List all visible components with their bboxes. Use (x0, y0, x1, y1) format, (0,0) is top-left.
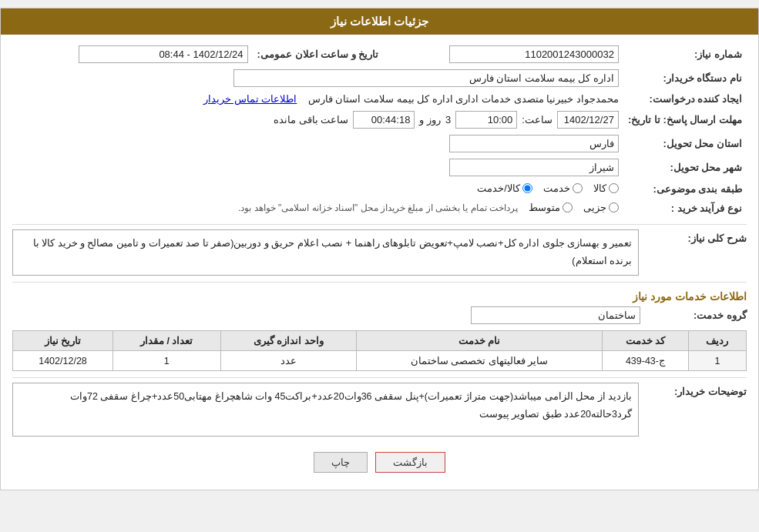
radio-khadamat[interactable]: خدمت (543, 182, 583, 194)
col-tedad: تعداد / مقدار (113, 331, 221, 351)
col-tarikh: تاریخ نیاز (13, 331, 113, 351)
goroh-khadamat-value: ساختمان (471, 306, 640, 324)
page-header: جزئیات اطلاعات نیاز (1, 8, 758, 35)
roz-value: 3 (445, 114, 451, 125)
goroh-khadamat-label: گروه خدمت: (646, 309, 747, 321)
radio-jazei-input[interactable] (609, 202, 619, 212)
divider2 (12, 282, 747, 283)
col-radif: ردیف (688, 331, 746, 351)
mohlat-label: مهلت ارسال پاسخ: تا تاریخ: (623, 108, 747, 132)
radio-khadamat-input[interactable] (573, 183, 583, 193)
cell-tarikh: 1402/12/28 (13, 351, 113, 371)
divider1 (12, 224, 747, 225)
roz-label: روز و (419, 114, 441, 125)
saat-baghi-label: ساعت باقی مانده (274, 114, 348, 125)
cell-kod: ج-43-439 (603, 351, 689, 371)
ostan-value: فارس (449, 135, 619, 152)
radio-kala[interactable]: کالا (593, 182, 619, 194)
shomara-niaz-value: 1102001243000032 (449, 45, 619, 63)
sharh-value: تعمیر و بهسازی جلوی اداره کل+نصب لامپ+تع… (12, 229, 639, 276)
tosihaat-label: توضیحات خریدار: (646, 383, 747, 397)
radio-motavasset-input[interactable] (563, 202, 573, 212)
ijad-konande-value: محمدجواد خبیرنیا متصدی خدمات اداری اداره… (308, 93, 619, 105)
shomara-niaz-label: شماره نیاز: (623, 42, 747, 66)
radio-kala-label: کالا (593, 182, 606, 194)
divider3 (12, 377, 747, 378)
cell-nam: سایر فعالیتهای تخصصی ساختمان (356, 351, 602, 371)
tabaqe-radio-group: کالا خدمت کالا/خدمت (477, 182, 619, 194)
nam-dastgah-value: اداره کل بیمه سلامت استان فارس (233, 69, 619, 87)
radio-kala-khadamat[interactable]: کالا/خدمت (477, 182, 532, 194)
navea-note: پرداخت تمام یا بخشی از مبلغ خریداز محل "… (238, 202, 518, 213)
radio-motavasset-label: متوسط (529, 202, 560, 213)
page-title: جزئیات اطلاعات نیاز (331, 15, 428, 28)
sharh-label: شرح کلی نیاز: (646, 229, 747, 244)
radio-kala-input[interactable] (609, 183, 619, 193)
tarikh-announcement-label: تاریخ و ساعت اعلان عمومی: (253, 42, 384, 66)
nam-dastgah-label: نام دستگاه خریدار: (623, 66, 747, 90)
date-value: 1402/12/27 (557, 111, 619, 129)
col-kod: کد خدمت (603, 331, 689, 351)
tarikh-announcement-value: 1402/12/24 - 08:44 (79, 45, 248, 63)
info-table: شماره نیاز: 1102001243000032 تاریخ و ساع… (12, 42, 747, 218)
radio-khadamat-label: خدمت (543, 182, 570, 194)
saat-value: 10:00 (455, 111, 517, 129)
cell-radif: 1 (688, 351, 746, 371)
shahr-label: شهر محل تحویل: (623, 156, 747, 179)
col-vahed: واحد اندازه گیری (220, 331, 356, 351)
saat-label: ساعت: (522, 114, 552, 125)
radio-kala-khadamat-input[interactable] (522, 183, 532, 193)
tabaqe-label: طبقه بندی موضوعی: (623, 179, 747, 199)
tosihaat-value: بازدید از محل الزامی میباشد(جهت متراژ تع… (12, 383, 639, 437)
back-button[interactable]: بازگشت (375, 452, 445, 473)
table-row: 1 ج-43-439 سایر فعالیتهای تخصصی ساختمان … (13, 351, 747, 371)
cell-tedad: 1 (113, 351, 221, 371)
service-table: ردیف کد خدمت نام خدمت واحد اندازه گیری ت… (12, 330, 747, 371)
button-row: بازگشت چاپ (12, 443, 747, 482)
print-button[interactable]: چاپ (314, 452, 368, 473)
ostan-label: استان محل تحویل: (623, 132, 747, 156)
radio-jazei-label: جزیی (583, 202, 606, 213)
ettelaat-section-title: اطلاعات خدمات مورد نیاز (12, 290, 747, 303)
navea-label: نوع فرآیند خرید : (623, 199, 747, 218)
cell-vahed: عدد (220, 351, 356, 371)
col-nam: نام خدمت (356, 331, 602, 351)
ijad-konande-label: ایجاد کننده درخواست: (623, 90, 747, 108)
navea-radio-group: جزیی متوسط پرداخت تمام یا بخشی از مبلغ خ… (238, 202, 619, 213)
shahr-value: شیراز (449, 159, 619, 176)
radio-kala-khadamat-label: کالا/خدمت (477, 182, 520, 194)
radio-motavasset[interactable]: متوسط (529, 202, 573, 213)
ettelaat-tamas-link[interactable]: اطلاعات تماس خریدار (203, 93, 297, 105)
radio-jazei[interactable]: جزیی (583, 202, 619, 213)
countdown-value: 00:44:18 (353, 111, 415, 129)
